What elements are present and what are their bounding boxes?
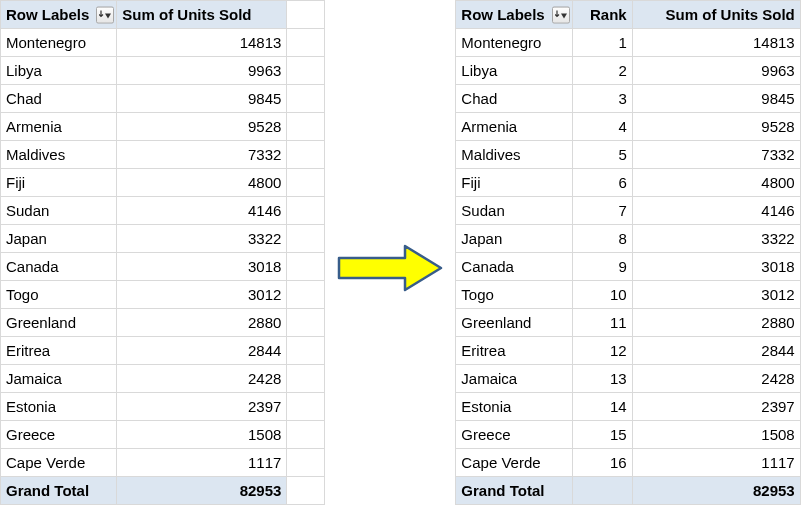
row-label[interactable]: Estonia bbox=[456, 393, 572, 421]
row-rank[interactable]: 8 bbox=[572, 225, 632, 253]
row-rank[interactable]: 10 bbox=[572, 281, 632, 309]
row-label[interactable]: Canada bbox=[456, 253, 572, 281]
row-label[interactable]: Fiji bbox=[1, 169, 117, 197]
row-label[interactable]: Cape Verde bbox=[1, 449, 117, 477]
right-header-sum-text: Sum of Units Sold bbox=[666, 6, 795, 23]
left-header-row-labels[interactable]: Row Labels bbox=[1, 1, 117, 29]
right-pivot-table: Row Labels Rank Sum of Units Sold Monten… bbox=[455, 0, 800, 505]
row-label[interactable]: Japan bbox=[456, 225, 572, 253]
sort-descending-icon[interactable] bbox=[552, 6, 570, 23]
row-label[interactable]: Sudan bbox=[1, 197, 117, 225]
row-label[interactable]: Canada bbox=[1, 253, 117, 281]
row-sum[interactable]: 2428 bbox=[632, 365, 800, 393]
row-rank[interactable]: 2 bbox=[572, 57, 632, 85]
row-rank[interactable]: 3 bbox=[572, 85, 632, 113]
row-sum[interactable]: 14813 bbox=[632, 29, 800, 57]
row-sum[interactable]: 1117 bbox=[117, 449, 287, 477]
row-rank[interactable]: 1 bbox=[572, 29, 632, 57]
row-sum[interactable]: 2844 bbox=[632, 337, 800, 365]
table-row: Greece1508 bbox=[1, 421, 325, 449]
row-sum[interactable]: 7332 bbox=[117, 141, 287, 169]
row-sum[interactable]: 14813 bbox=[117, 29, 287, 57]
row-sum[interactable]: 4800 bbox=[632, 169, 800, 197]
sort-descending-icon[interactable] bbox=[96, 6, 114, 23]
left-grand-total-value: 82953 bbox=[117, 477, 287, 505]
spacer-cell bbox=[287, 57, 325, 85]
row-sum[interactable]: 4146 bbox=[117, 197, 287, 225]
row-sum[interactable]: 4800 bbox=[117, 169, 287, 197]
row-rank[interactable]: 7 bbox=[572, 197, 632, 225]
row-sum[interactable]: 9845 bbox=[117, 85, 287, 113]
row-label[interactable]: Maldives bbox=[1, 141, 117, 169]
row-rank[interactable]: 5 bbox=[572, 141, 632, 169]
row-sum[interactable]: 2880 bbox=[117, 309, 287, 337]
right-grand-total-rank bbox=[572, 477, 632, 505]
row-rank[interactable]: 15 bbox=[572, 421, 632, 449]
row-label[interactable]: Greenland bbox=[1, 309, 117, 337]
spacer-cell bbox=[287, 141, 325, 169]
row-label[interactable]: Togo bbox=[456, 281, 572, 309]
row-label[interactable]: Montenegro bbox=[456, 29, 572, 57]
table-row: Sudan74146 bbox=[456, 197, 800, 225]
row-label[interactable]: Chad bbox=[456, 85, 572, 113]
row-label[interactable]: Estonia bbox=[1, 393, 117, 421]
table-row: Chad9845 bbox=[1, 85, 325, 113]
row-label[interactable]: Jamaica bbox=[456, 365, 572, 393]
row-sum[interactable]: 9963 bbox=[632, 57, 800, 85]
row-sum[interactable]: 3012 bbox=[117, 281, 287, 309]
row-sum[interactable]: 9528 bbox=[117, 113, 287, 141]
spacer-cell bbox=[287, 449, 325, 477]
row-rank[interactable]: 11 bbox=[572, 309, 632, 337]
row-label[interactable]: Japan bbox=[1, 225, 117, 253]
table-row: Greenland112880 bbox=[456, 309, 800, 337]
row-label[interactable]: Montenegro bbox=[1, 29, 117, 57]
row-rank[interactable]: 6 bbox=[572, 169, 632, 197]
row-label[interactable]: Greece bbox=[1, 421, 117, 449]
row-label[interactable]: Jamaica bbox=[1, 365, 117, 393]
row-sum[interactable]: 2397 bbox=[632, 393, 800, 421]
row-sum[interactable]: 2428 bbox=[117, 365, 287, 393]
row-sum[interactable]: 3012 bbox=[632, 281, 800, 309]
spacer-cell bbox=[287, 29, 325, 57]
row-label[interactable]: Chad bbox=[1, 85, 117, 113]
row-label[interactable]: Eritrea bbox=[456, 337, 572, 365]
row-sum[interactable]: 4146 bbox=[632, 197, 800, 225]
row-sum[interactable]: 9528 bbox=[632, 113, 800, 141]
row-label[interactable]: Libya bbox=[1, 57, 117, 85]
right-header-rank: Rank bbox=[572, 1, 632, 29]
row-sum[interactable]: 2844 bbox=[117, 337, 287, 365]
row-rank[interactable]: 12 bbox=[572, 337, 632, 365]
row-sum[interactable]: 7332 bbox=[632, 141, 800, 169]
row-label[interactable]: Armenia bbox=[1, 113, 117, 141]
row-rank[interactable]: 4 bbox=[572, 113, 632, 141]
row-sum[interactable]: 3018 bbox=[632, 253, 800, 281]
row-label[interactable]: Libya bbox=[456, 57, 572, 85]
row-label[interactable]: Greenland bbox=[456, 309, 572, 337]
row-label[interactable]: Sudan bbox=[456, 197, 572, 225]
table-row: Chad39845 bbox=[456, 85, 800, 113]
right-header-row-labels[interactable]: Row Labels bbox=[456, 1, 572, 29]
row-sum[interactable]: 1508 bbox=[117, 421, 287, 449]
row-label[interactable]: Armenia bbox=[456, 113, 572, 141]
row-label[interactable]: Cape Verde bbox=[456, 449, 572, 477]
row-label[interactable]: Togo bbox=[1, 281, 117, 309]
table-row: Fiji4800 bbox=[1, 169, 325, 197]
row-label[interactable]: Eritrea bbox=[1, 337, 117, 365]
spacer-cell bbox=[287, 253, 325, 281]
row-sum[interactable]: 3018 bbox=[117, 253, 287, 281]
row-sum[interactable]: 3322 bbox=[117, 225, 287, 253]
row-label[interactable]: Fiji bbox=[456, 169, 572, 197]
row-sum[interactable]: 1117 bbox=[632, 449, 800, 477]
row-sum[interactable]: 9963 bbox=[117, 57, 287, 85]
row-label[interactable]: Greece bbox=[456, 421, 572, 449]
row-sum[interactable]: 9845 bbox=[632, 85, 800, 113]
row-rank[interactable]: 9 bbox=[572, 253, 632, 281]
row-sum[interactable]: 2397 bbox=[117, 393, 287, 421]
row-rank[interactable]: 14 bbox=[572, 393, 632, 421]
row-sum[interactable]: 1508 bbox=[632, 421, 800, 449]
row-rank[interactable]: 16 bbox=[572, 449, 632, 477]
row-rank[interactable]: 13 bbox=[572, 365, 632, 393]
row-sum[interactable]: 3322 bbox=[632, 225, 800, 253]
row-sum[interactable]: 2880 bbox=[632, 309, 800, 337]
row-label[interactable]: Maldives bbox=[456, 141, 572, 169]
